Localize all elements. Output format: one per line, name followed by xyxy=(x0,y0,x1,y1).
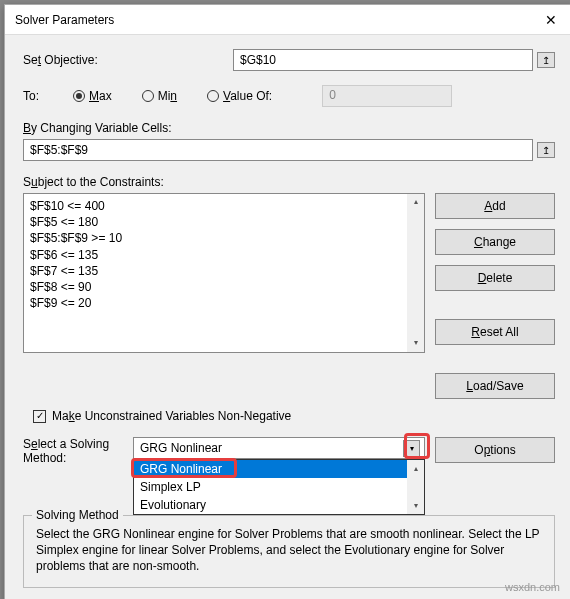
scrollbar[interactable]: ▴ ▾ xyxy=(407,194,424,352)
method-dropdown-list[interactable]: GRG Nonlinear Simplex LP Evolutionary ▴ … xyxy=(133,459,425,515)
valueof-input[interactable]: 0 xyxy=(322,85,452,107)
dropdown-item-evolutionary[interactable]: Evolutionary xyxy=(134,496,424,514)
constraint-item[interactable]: $F$6 <= 135 xyxy=(30,247,418,263)
method-selected: GRG Nonlinear xyxy=(140,441,222,455)
changing-cells-input[interactable]: $F$5:$F$9 xyxy=(23,139,533,161)
to-label: To: xyxy=(23,89,73,103)
dialog-content: Set Objective: $G$10 ↥ To: Max Min Value xyxy=(5,35,570,599)
groupbox-title: Solving Method xyxy=(32,508,123,522)
change-button[interactable]: Change xyxy=(435,229,555,255)
scroll-up-icon[interactable]: ▴ xyxy=(407,194,424,211)
window-title: Solver Parameters xyxy=(15,13,114,27)
changing-refedit-icon[interactable]: ↥ xyxy=(537,142,555,158)
set-objective-label: Set Objective: xyxy=(23,53,233,67)
constraints-label: Subject to the Constraints: xyxy=(23,175,164,189)
radio-valueof[interactable]: Value Of: xyxy=(207,89,272,103)
objective-value: $G$10 xyxy=(240,53,276,67)
titlebar: Solver Parameters ✕ xyxy=(5,5,570,35)
delete-button[interactable]: Delete xyxy=(435,265,555,291)
load-save-button[interactable]: Load/Save xyxy=(435,373,555,399)
changing-cells-value: $F$5:$F$9 xyxy=(30,143,88,157)
changing-cells-label: By Changing Variable Cells: xyxy=(23,121,172,135)
reset-all-button[interactable]: Reset All xyxy=(435,319,555,345)
dropdown-item-grg[interactable]: GRG Nonlinear xyxy=(134,460,424,478)
options-button[interactable]: Options xyxy=(435,437,555,463)
chevron-down-icon[interactable]: ▾ xyxy=(403,440,420,457)
scroll-down-icon[interactable]: ▾ xyxy=(407,497,424,514)
scrollbar[interactable]: ▴ ▾ xyxy=(407,460,424,514)
solving-method-group: Solving Method Select the GRG Nonlinear … xyxy=(23,515,555,588)
nonneg-checkbox[interactable]: ✓ xyxy=(33,410,46,423)
radio-circle-icon xyxy=(73,90,85,102)
constraint-item[interactable]: $F$9 <= 20 xyxy=(30,295,418,311)
objective-input[interactable]: $G$10 xyxy=(233,49,533,71)
add-button[interactable]: Add xyxy=(435,193,555,219)
dropdown-item-simplex[interactable]: Simplex LP xyxy=(134,478,424,496)
radio-circle-icon xyxy=(207,90,219,102)
constraint-item[interactable]: $F$10 <= 400 xyxy=(30,198,418,214)
scroll-track[interactable] xyxy=(407,477,424,497)
method-label: Select a Solving Method: xyxy=(23,437,123,465)
constraint-item[interactable]: $F$5 <= 180 xyxy=(30,214,418,230)
method-dropdown[interactable]: GRG Nonlinear ▾ xyxy=(133,437,425,459)
radio-max[interactable]: Max xyxy=(73,89,112,103)
constraint-item[interactable]: $F$5:$F$9 >= 10 xyxy=(30,230,418,246)
objective-refedit-icon[interactable]: ↥ xyxy=(537,52,555,68)
solver-dialog: Solver Parameters ✕ Set Objective: $G$10… xyxy=(4,4,570,599)
scroll-track[interactable] xyxy=(407,211,424,335)
nonneg-label: Make Unconstrained Variables Non-Negativ… xyxy=(52,409,291,423)
radio-circle-icon xyxy=(142,90,154,102)
radio-max-label: Max xyxy=(89,89,112,103)
groupbox-text: Select the GRG Nonlinear engine for Solv… xyxy=(36,526,542,575)
close-icon[interactable]: ✕ xyxy=(528,5,570,35)
radio-min[interactable]: Min xyxy=(142,89,177,103)
scroll-up-icon[interactable]: ▴ xyxy=(407,460,424,477)
constraints-listbox[interactable]: $F$10 <= 400 $F$5 <= 180 $F$5:$F$9 >= 10… xyxy=(23,193,425,353)
radio-valueof-label: Value Of: xyxy=(223,89,272,103)
to-radio-group: Max Min Value Of: 0 xyxy=(73,85,452,107)
scroll-down-icon[interactable]: ▾ xyxy=(407,335,424,352)
radio-min-label: Min xyxy=(158,89,177,103)
watermark: wsxdn.com xyxy=(505,581,560,593)
constraint-item[interactable]: $F$7 <= 135 xyxy=(30,263,418,279)
constraint-item[interactable]: $F$8 <= 90 xyxy=(30,279,418,295)
